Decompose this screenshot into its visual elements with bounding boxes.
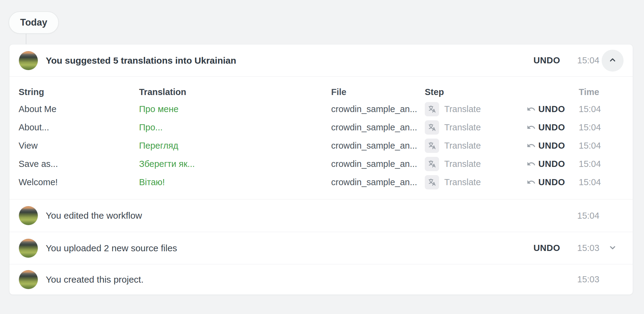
activity-text: You suggested 5 translations into Ukrain…	[46, 55, 236, 66]
row-undo-label: UNDO	[538, 177, 565, 187]
header-step: Step	[425, 87, 513, 97]
user-avatar	[19, 51, 38, 70]
row-time: 15:04	[579, 141, 625, 151]
translate-step-icon	[425, 102, 439, 116]
step-label: Translate	[444, 141, 481, 151]
translate-step-icon	[425, 139, 439, 153]
row-time: 15:04	[579, 104, 625, 114]
step-label: Translate	[444, 122, 481, 132]
activity-time: 15:03	[577, 274, 600, 284]
activity-time: 15:03	[577, 243, 600, 253]
activity-feed-card: You suggested 5 translations into Ukrain…	[9, 44, 633, 295]
activity-uploaded-files: You uploaded 2 new source files UNDO 15:…	[9, 232, 633, 264]
table-row: View Перегляд crowdin_sample_an... Trans…	[19, 136, 624, 155]
activity-edited-workflow: You edited the workflow 15:04	[9, 199, 633, 232]
table-row: About... Про... crowdin_sample_an... Tra…	[19, 118, 624, 136]
activity-text: You created this project.	[46, 274, 144, 285]
date-badge: Today	[9, 11, 59, 34]
undo-arrow-icon	[527, 141, 536, 150]
file-name: crowdin_sample_an...	[331, 177, 425, 187]
row-undo-label: UNDO	[538, 122, 565, 132]
row-undo-button[interactable]: UNDO	[527, 159, 565, 169]
activity-text: You edited the workflow	[46, 210, 142, 221]
source-string: About Me	[19, 104, 139, 114]
activity-text: You uploaded 2 new source files	[46, 243, 177, 253]
row-undo-label: UNDO	[538, 159, 565, 169]
header-translation: Translation	[139, 87, 331, 97]
chevron-slot-empty	[602, 269, 624, 291]
undo-button[interactable]: UNDO	[534, 243, 560, 253]
row-undo-label: UNDO	[538, 141, 565, 151]
row-undo-label: UNDO	[538, 104, 565, 114]
translation-link[interactable]: Вітаю!	[139, 177, 165, 187]
row-undo-button[interactable]: UNDO	[527, 177, 565, 187]
activity-created-project: You created this project. 15:03	[9, 264, 633, 295]
row-undo-button[interactable]: UNDO	[527, 141, 565, 151]
table-row: About Me Про мене crowdin_sample_an... T…	[19, 100, 624, 118]
timeline-connector	[26, 33, 27, 45]
undo-arrow-icon	[527, 104, 536, 114]
user-avatar	[19, 206, 38, 225]
undo-button[interactable]: UNDO	[534, 55, 560, 65]
step-label: Translate	[444, 159, 481, 169]
activity-time: 15:04	[577, 55, 600, 65]
row-undo-button[interactable]: UNDO	[527, 104, 565, 114]
header-string: String	[19, 87, 139, 97]
date-badge-label: Today	[20, 17, 47, 28]
activity-suggested-translations: You suggested 5 translations into Ukrain…	[9, 44, 633, 77]
translation-link[interactable]: Перегляд	[139, 141, 178, 150]
header-time: Time	[579, 87, 625, 97]
step-label: Translate	[444, 177, 481, 187]
collapse-button[interactable]	[602, 50, 624, 72]
table-header-row: String Translation File Step Time	[19, 84, 624, 100]
file-name: crowdin_sample_an...	[331, 141, 425, 151]
row-time: 15:04	[579, 122, 625, 132]
file-name: crowdin_sample_an...	[331, 104, 425, 114]
undo-arrow-icon	[527, 159, 536, 168]
source-string: About...	[19, 122, 139, 132]
step-label: Translate	[444, 104, 481, 114]
row-time: 15:04	[579, 159, 625, 169]
header-file: File	[331, 87, 425, 97]
source-string: Save as...	[19, 159, 139, 169]
file-name: crowdin_sample_an...	[331, 159, 425, 169]
translation-link[interactable]: Зберегти як...	[139, 159, 195, 169]
table-row: Save as... Зберегти як... crowdin_sample…	[19, 155, 624, 173]
user-avatar	[19, 270, 38, 289]
row-time: 15:04	[579, 177, 625, 187]
source-string: View	[19, 141, 139, 151]
expand-button[interactable]	[602, 237, 624, 259]
source-string: Welcome!	[19, 177, 139, 187]
translate-step-icon	[425, 157, 439, 171]
table-row: Welcome! Вітаю! crowdin_sample_an... Tra…	[19, 173, 624, 191]
activity-time: 15:04	[577, 211, 600, 221]
file-name: crowdin_sample_an...	[331, 122, 425, 132]
undo-arrow-icon	[527, 123, 536, 132]
translation-link[interactable]: Про...	[139, 122, 163, 132]
chevron-slot-empty	[602, 205, 624, 227]
translations-table: String Translation File Step Time About …	[9, 77, 633, 199]
translate-step-icon	[425, 175, 439, 189]
undo-arrow-icon	[527, 178, 536, 187]
chevron-up-icon	[608, 55, 617, 65]
row-undo-button[interactable]: UNDO	[527, 122, 565, 132]
user-avatar	[19, 238, 38, 258]
chevron-down-icon	[608, 243, 617, 253]
translation-link[interactable]: Про мене	[139, 104, 178, 114]
translate-step-icon	[425, 120, 439, 135]
